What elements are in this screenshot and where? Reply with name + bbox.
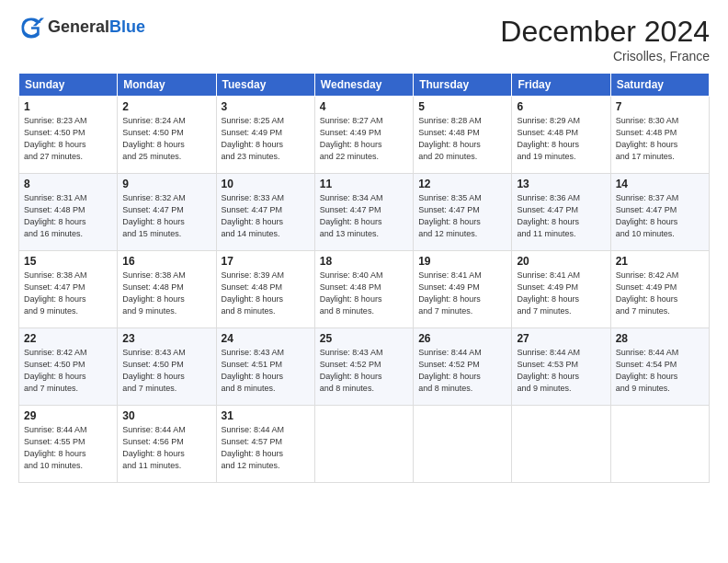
day-number: 26 — [418, 332, 506, 345]
day-info: Sunrise: 8:34 AM Sunset: 4:47 PM Dayligh… — [320, 192, 408, 240]
day-info: Sunrise: 8:38 AM Sunset: 4:48 PM Dayligh… — [122, 270, 210, 317]
day-number: 15 — [24, 255, 112, 268]
calendar-week-row: 8Sunrise: 8:31 AM Sunset: 4:48 PM Daylig… — [19, 174, 710, 251]
calendar-cell — [610, 406, 709, 483]
calendar-week-row: 1Sunrise: 8:23 AM Sunset: 4:50 PM Daylig… — [19, 97, 710, 174]
day-info: Sunrise: 8:25 AM Sunset: 4:49 PM Dayligh… — [222, 115, 310, 163]
calendar-cell: 11Sunrise: 8:34 AM Sunset: 4:47 PM Dayli… — [314, 174, 413, 251]
day-number: 22 — [24, 332, 112, 345]
day-number: 8 — [24, 178, 112, 190]
day-info: Sunrise: 8:37 AM Sunset: 4:47 PM Dayligh… — [616, 192, 704, 240]
day-info: Sunrise: 8:29 AM Sunset: 4:48 PM Dayligh… — [517, 115, 605, 163]
day-info: Sunrise: 8:36 AM Sunset: 4:47 PM Dayligh… — [517, 192, 605, 240]
calendar-cell: 3Sunrise: 8:25 AM Sunset: 4:49 PM Daylig… — [216, 97, 314, 174]
day-number: 2 — [122, 100, 210, 113]
calendar-cell — [414, 406, 512, 483]
day-number: 29 — [24, 409, 112, 422]
calendar-cell: 9Sunrise: 8:32 AM Sunset: 4:47 PM Daylig… — [118, 174, 216, 251]
day-number: 21 — [616, 255, 704, 268]
day-number: 28 — [616, 332, 704, 345]
title-block: December 2024 Crisolles, France — [500, 15, 710, 63]
calendar-cell: 15Sunrise: 8:38 AM Sunset: 4:47 PM Dayli… — [19, 251, 118, 328]
calendar-cell: 31Sunrise: 8:44 AM Sunset: 4:57 PM Dayli… — [216, 406, 314, 483]
day-number: 20 — [517, 255, 605, 268]
calendar-cell: 6Sunrise: 8:29 AM Sunset: 4:48 PM Daylig… — [512, 97, 610, 174]
day-number: 5 — [418, 100, 506, 113]
day-info: Sunrise: 8:44 AM Sunset: 4:53 PM Dayligh… — [517, 347, 605, 395]
logo-icon — [18, 15, 44, 40]
day-number: 27 — [517, 332, 605, 345]
day-number: 25 — [320, 332, 408, 345]
logo: GeneralBlue — [18, 15, 145, 40]
calendar-cell: 17Sunrise: 8:39 AM Sunset: 4:48 PM Dayli… — [216, 251, 314, 328]
logo-general: General — [48, 17, 109, 36]
logo-text: GeneralBlue — [48, 18, 145, 37]
header: GeneralBlue December 2024 Crisolles, Fra… — [18, 15, 710, 63]
subtitle: Crisolles, France — [500, 49, 710, 63]
day-number: 6 — [517, 100, 605, 113]
calendar-cell: 4Sunrise: 8:27 AM Sunset: 4:49 PM Daylig… — [314, 97, 413, 174]
day-number: 19 — [418, 255, 506, 268]
calendar-cell: 22Sunrise: 8:42 AM Sunset: 4:50 PM Dayli… — [19, 328, 118, 406]
calendar-cell: 24Sunrise: 8:43 AM Sunset: 4:51 PM Dayli… — [216, 328, 314, 406]
calendar-cell: 27Sunrise: 8:44 AM Sunset: 4:53 PM Dayli… — [512, 328, 610, 406]
calendar-cell: 16Sunrise: 8:38 AM Sunset: 4:48 PM Dayli… — [118, 251, 216, 328]
day-header-sunday: Sunday — [19, 74, 118, 97]
calendar-cell: 7Sunrise: 8:30 AM Sunset: 4:48 PM Daylig… — [610, 97, 709, 174]
day-info: Sunrise: 8:41 AM Sunset: 4:49 PM Dayligh… — [418, 270, 506, 317]
calendar-cell: 14Sunrise: 8:37 AM Sunset: 4:47 PM Dayli… — [610, 174, 709, 251]
calendar-cell: 20Sunrise: 8:41 AM Sunset: 4:49 PM Dayli… — [512, 251, 610, 328]
calendar-cell: 28Sunrise: 8:44 AM Sunset: 4:54 PM Dayli… — [610, 328, 709, 406]
day-info: Sunrise: 8:39 AM Sunset: 4:48 PM Dayligh… — [222, 270, 310, 317]
day-number: 7 — [616, 100, 704, 113]
day-info: Sunrise: 8:40 AM Sunset: 4:48 PM Dayligh… — [320, 270, 408, 317]
day-number: 3 — [222, 100, 310, 113]
calendar-cell — [512, 406, 610, 483]
day-info: Sunrise: 8:30 AM Sunset: 4:48 PM Dayligh… — [616, 115, 704, 163]
day-number: 17 — [222, 255, 310, 268]
day-number: 12 — [418, 178, 506, 190]
day-number: 23 — [122, 332, 210, 345]
day-info: Sunrise: 8:28 AM Sunset: 4:48 PM Dayligh… — [418, 115, 506, 163]
day-header-wednesday: Wednesday — [314, 74, 413, 97]
calendar-week-row: 15Sunrise: 8:38 AM Sunset: 4:47 PM Dayli… — [19, 251, 710, 328]
day-number: 1 — [24, 100, 112, 113]
day-header-tuesday: Tuesday — [216, 74, 314, 97]
day-info: Sunrise: 8:44 AM Sunset: 4:52 PM Dayligh… — [418, 347, 506, 395]
calendar-cell: 1Sunrise: 8:23 AM Sunset: 4:50 PM Daylig… — [19, 97, 118, 174]
day-number: 13 — [517, 178, 605, 190]
calendar-cell: 19Sunrise: 8:41 AM Sunset: 4:49 PM Dayli… — [414, 251, 512, 328]
calendar-cell: 12Sunrise: 8:35 AM Sunset: 4:47 PM Dayli… — [414, 174, 512, 251]
day-number: 31 — [222, 409, 310, 422]
day-info: Sunrise: 8:44 AM Sunset: 4:54 PM Dayligh… — [616, 347, 704, 395]
day-info: Sunrise: 8:42 AM Sunset: 4:49 PM Dayligh… — [616, 270, 704, 317]
calendar-cell — [314, 406, 413, 483]
calendar-week-row: 22Sunrise: 8:42 AM Sunset: 4:50 PM Dayli… — [19, 328, 710, 406]
day-header-thursday: Thursday — [414, 74, 512, 97]
day-info: Sunrise: 8:32 AM Sunset: 4:47 PM Dayligh… — [122, 192, 210, 240]
day-info: Sunrise: 8:27 AM Sunset: 4:49 PM Dayligh… — [320, 115, 408, 163]
day-info: Sunrise: 8:43 AM Sunset: 4:52 PM Dayligh… — [320, 347, 408, 395]
day-info: Sunrise: 8:31 AM Sunset: 4:48 PM Dayligh… — [24, 192, 112, 240]
day-number: 18 — [320, 255, 408, 268]
logo-blue: Blue — [109, 17, 145, 36]
calendar-cell: 21Sunrise: 8:42 AM Sunset: 4:49 PM Dayli… — [610, 251, 709, 328]
calendar-cell: 8Sunrise: 8:31 AM Sunset: 4:48 PM Daylig… — [19, 174, 118, 251]
calendar-week-row: 29Sunrise: 8:44 AM Sunset: 4:55 PM Dayli… — [19, 406, 710, 483]
day-header-saturday: Saturday — [610, 74, 709, 97]
day-header-friday: Friday — [512, 74, 610, 97]
calendar-cell: 29Sunrise: 8:44 AM Sunset: 4:55 PM Dayli… — [19, 406, 118, 483]
day-number: 9 — [122, 178, 210, 190]
day-info: Sunrise: 8:38 AM Sunset: 4:47 PM Dayligh… — [24, 270, 112, 317]
calendar: SundayMondayTuesdayWednesdayThursdayFrid… — [18, 73, 710, 483]
day-number: 11 — [320, 178, 408, 190]
calendar-header-row: SundayMondayTuesdayWednesdayThursdayFrid… — [19, 74, 710, 97]
day-info: Sunrise: 8:23 AM Sunset: 4:50 PM Dayligh… — [24, 115, 112, 163]
day-header-monday: Monday — [118, 74, 216, 97]
calendar-cell: 25Sunrise: 8:43 AM Sunset: 4:52 PM Dayli… — [314, 328, 413, 406]
calendar-cell: 10Sunrise: 8:33 AM Sunset: 4:47 PM Dayli… — [216, 174, 314, 251]
day-number: 10 — [222, 178, 310, 190]
day-info: Sunrise: 8:44 AM Sunset: 4:56 PM Dayligh… — [122, 424, 210, 472]
day-info: Sunrise: 8:35 AM Sunset: 4:47 PM Dayligh… — [418, 192, 506, 240]
month-title: December 2024 — [500, 15, 710, 49]
